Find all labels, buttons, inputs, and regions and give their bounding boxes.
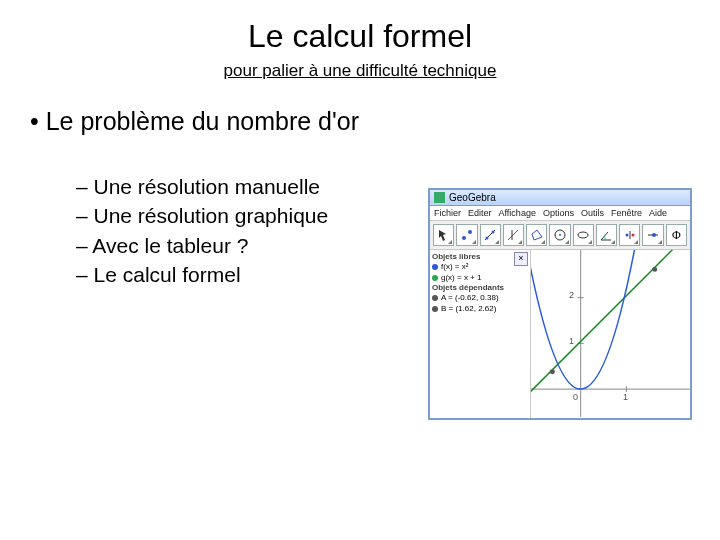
close-icon[interactable]: × xyxy=(514,252,528,266)
menu-item[interactable]: Options xyxy=(543,208,574,218)
tool-polygon[interactable] xyxy=(526,224,547,246)
app-icon xyxy=(434,192,445,203)
slide-title: Le calcul formel xyxy=(0,18,720,55)
axis-label: 0 xyxy=(573,392,578,402)
svg-point-10 xyxy=(578,232,588,238)
svg-marker-7 xyxy=(532,230,542,240)
tool-text[interactable]: Φ xyxy=(666,224,687,246)
axis-label: 1 xyxy=(569,336,574,346)
axis-label: 2 xyxy=(569,290,574,300)
tool-angle[interactable] xyxy=(596,224,617,246)
tool-point[interactable] xyxy=(456,224,477,246)
visibility-dot-icon[interactable] xyxy=(432,264,438,270)
svg-point-3 xyxy=(486,237,489,240)
point-a xyxy=(550,369,555,374)
algebra-panel: × Objets libres f(x) = x² g(x) = x + 1 O… xyxy=(430,250,531,418)
tool-conic[interactable] xyxy=(573,224,594,246)
algebra-item[interactable]: g(x) = x + 1 xyxy=(432,272,528,283)
tool-segment[interactable] xyxy=(503,224,524,246)
tool-slider[interactable] xyxy=(642,224,663,246)
main-bullet: Le problème du nombre d'or xyxy=(30,107,720,136)
menu-item[interactable]: Editer xyxy=(468,208,492,218)
algebra-item[interactable]: f(x) = x² xyxy=(432,261,514,272)
dep-objects-header: Objets dépendants xyxy=(432,283,528,292)
svg-point-15 xyxy=(652,233,656,237)
tool-line[interactable] xyxy=(480,224,501,246)
axis-label: 1 xyxy=(623,392,628,402)
svg-point-4 xyxy=(492,231,495,234)
visibility-dot-icon[interactable] xyxy=(432,295,438,301)
visibility-dot-icon[interactable] xyxy=(432,306,438,312)
window-titlebar: GeoGebra xyxy=(430,190,690,206)
svg-point-12 xyxy=(631,234,634,237)
point-b xyxy=(652,267,657,272)
svg-point-1 xyxy=(468,230,472,234)
svg-point-9 xyxy=(559,234,561,236)
menu-item[interactable]: Aide xyxy=(649,208,667,218)
tool-transform[interactable] xyxy=(619,224,640,246)
line-g xyxy=(531,250,690,401)
menu-bar: Fichier Editer Affichage Options Outils … xyxy=(430,206,690,221)
tool-move[interactable] xyxy=(433,224,454,246)
slide-subtitle: pour palier à une difficulté technique xyxy=(0,61,720,81)
geogebra-window: GeoGebra Fichier Editer Affichage Option… xyxy=(428,188,692,420)
parabola-f xyxy=(531,250,636,389)
menu-item[interactable]: Fichier xyxy=(434,208,461,218)
menu-item[interactable]: Affichage xyxy=(499,208,536,218)
svg-point-0 xyxy=(462,236,466,240)
algebra-item[interactable]: B = (1.62, 2.62) xyxy=(432,303,528,314)
svg-point-11 xyxy=(625,234,628,237)
tool-circle[interactable] xyxy=(549,224,570,246)
app-name: GeoGebra xyxy=(449,192,496,203)
algebra-item[interactable]: A = (-0.62, 0.38) xyxy=(432,292,528,303)
menu-item[interactable]: Fenêtre xyxy=(611,208,642,218)
menu-item[interactable]: Outils xyxy=(581,208,604,218)
svg-line-5 xyxy=(508,230,518,240)
visibility-dot-icon[interactable] xyxy=(432,275,438,281)
toolbar: Φ xyxy=(430,221,690,250)
graphics-view[interactable]: 2 1 0 1 xyxy=(531,250,690,418)
